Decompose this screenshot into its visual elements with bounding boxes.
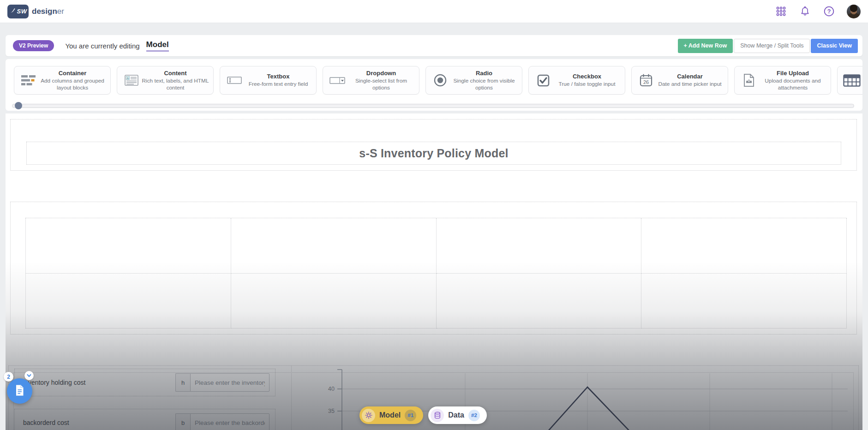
notifications-bell-icon[interactable] [799, 6, 811, 18]
page-number-badge: #1 [405, 410, 416, 421]
component-toolbox: Container Add columns and grouped layout… [6, 59, 862, 111]
page-tab-data[interactable]: Data #2 [428, 406, 487, 424]
chevron-down-icon[interactable] [24, 371, 34, 380]
y-tick-35: 35 [328, 408, 335, 414]
grid-cell[interactable] [437, 274, 642, 329]
toolbox-card-file-upload[interactable]: File Upload Upload documents and attachm… [734, 66, 831, 95]
svg-text:?: ? [827, 8, 831, 15]
toolbox-card-checkbox[interactable]: Checkbox True / false toggle input [528, 66, 625, 95]
top-navbar: SW designer ? [0, 0, 868, 23]
svg-text:26: 26 [643, 79, 649, 85]
card-desc: True / false toggle input [553, 81, 621, 87]
grid-cell[interactable] [437, 218, 642, 274]
card-title: Checkbox [553, 73, 621, 80]
form-canvas: s-S Inventory Policy Model inventory hol… [6, 113, 862, 430]
editing-target-name[interactable]: Model [146, 40, 169, 52]
grid-cell[interactable] [231, 274, 437, 329]
dropdown-icon [328, 77, 347, 84]
editing-status-text: You are currently editing [65, 42, 139, 50]
toolbox-card-textbox[interactable]: Textbox Free-form text entry field [220, 66, 317, 95]
grid-cell[interactable] [26, 218, 231, 274]
document-icon [14, 384, 25, 398]
card-desc: Add columns and grouped layout blocks [38, 78, 107, 91]
pages-count-badge: 2 [4, 372, 13, 382]
page-tab-model[interactable]: Model #1 [359, 406, 423, 424]
card-desc: Single-select list from options [347, 78, 415, 91]
radio-icon [431, 74, 450, 87]
grid-cell[interactable] [641, 218, 847, 274]
toolbox-card-calendar[interactable]: 26 Calendar Date and time picker input [631, 66, 728, 95]
toolbox-scrollbar-track[interactable] [12, 104, 854, 108]
user-avatar[interactable] [847, 5, 861, 18]
calendar-icon: 26 [636, 74, 656, 87]
v2-preview-badge: V2 Preview [13, 40, 54, 51]
page-tab-label: Data [448, 411, 464, 419]
database-icon [431, 409, 444, 422]
toolbox-card-table[interactable] [837, 66, 862, 95]
paintbrush-icon [9, 7, 16, 16]
card-title: Calendar [656, 73, 724, 80]
toolbox-card-dropdown[interactable]: Dropdown Single-select list from options [323, 66, 419, 95]
checkbox-icon [533, 74, 553, 87]
editing-toolbar: V2 Preview You are currently editing Mod… [6, 35, 862, 56]
file-upload-icon [739, 73, 759, 87]
classic-view-button[interactable]: Classic View [811, 39, 858, 53]
page-number-badge: #2 [468, 410, 480, 421]
gear-icon [362, 409, 375, 422]
canvas-row-title[interactable]: s-S Inventory Policy Model [10, 119, 857, 171]
grid-cell[interactable] [231, 218, 437, 274]
card-title: Content [141, 70, 210, 77]
svg-text:A: A [127, 77, 129, 80]
chart-line-series [548, 387, 630, 430]
toolbox-scrollbar [12, 102, 854, 109]
help-icon[interactable]: ? [823, 6, 835, 18]
apps-grid-icon[interactable] [775, 6, 787, 18]
toolbox-card-content[interactable]: A Content Rich text, labels, and HTML co… [117, 66, 214, 95]
toolbox-card-container[interactable]: Container Add columns and grouped layout… [14, 66, 111, 95]
y-tick-40: 40 [328, 386, 335, 392]
card-title: Container [38, 70, 107, 77]
card-desc: Upload documents and attachments [759, 78, 827, 91]
page-tab-label: Model [379, 411, 401, 419]
brand-wordmark: designer [32, 7, 64, 16]
layout-grid [25, 218, 847, 328]
container-columns-icon [19, 75, 38, 86]
rich-text-icon: A [122, 75, 141, 86]
add-new-row-button[interactable]: + Add New Row [678, 39, 733, 53]
logo-text: SW [17, 8, 27, 15]
toolbox-scrollbar-thumb[interactable] [15, 102, 22, 109]
grid-cell[interactable] [26, 274, 231, 329]
toolbox-card-radio[interactable]: Radio Single choice from visible options [425, 66, 522, 95]
card-desc: Free-form text entry field [244, 81, 312, 87]
card-desc: Date and time picker input [656, 81, 724, 87]
card-desc: Rich text, labels, and HTML content [141, 78, 210, 91]
card-title: Radio [450, 70, 518, 77]
show-merge-split-tools-button[interactable]: Show Merge / Split Tools [734, 39, 810, 53]
card-desc: Single choice from visible options [450, 78, 518, 91]
page-switcher: Model #1 Data #2 [359, 406, 487, 424]
form-title-cell[interactable]: s-S Inventory Policy Model [26, 142, 841, 165]
textbox-icon [225, 77, 244, 84]
pages-fab-button[interactable] [7, 378, 32, 404]
card-title: Dropdown [347, 70, 415, 77]
grid-cell[interactable] [641, 274, 847, 329]
card-title: Textbox [244, 73, 312, 80]
table-grid-icon [842, 74, 862, 87]
card-title: File Upload [759, 70, 827, 77]
form-title: s-S Inventory Policy Model [359, 147, 508, 160]
canvas-row-grid[interactable] [10, 202, 857, 334]
app-logo[interactable]: SW [7, 5, 29, 18]
